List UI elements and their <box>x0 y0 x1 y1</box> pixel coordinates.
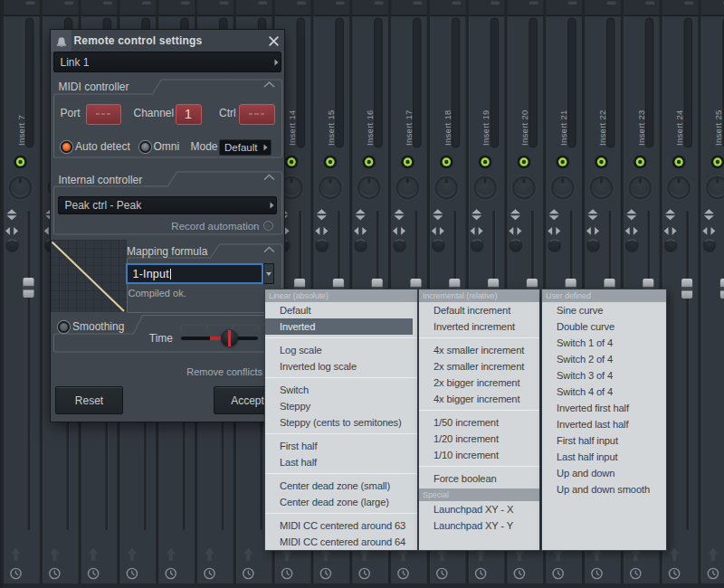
svg-text:Insert 14: Insert 14 <box>287 109 297 146</box>
svg-text:Insert 17: Insert 17 <box>404 109 414 146</box>
svg-text:Insert 15: Insert 15 <box>326 109 336 146</box>
svg-text:Insert 22: Insert 22 <box>597 109 607 146</box>
svg-text:Insert 16: Insert 16 <box>365 109 375 146</box>
svg-text:Insert 18: Insert 18 <box>443 109 452 146</box>
svg-text:Insert 25: Insert 25 <box>713 109 723 146</box>
svg-text:Insert 7: Insert 7 <box>16 115 26 146</box>
svg-text:Insert 21: Insert 21 <box>558 109 568 146</box>
svg-text:Insert 19: Insert 19 <box>481 109 491 146</box>
svg-text:Insert 24: Insert 24 <box>674 109 684 146</box>
svg-text:Insert 20: Insert 20 <box>519 109 529 146</box>
svg-text:Insert 23: Insert 23 <box>636 109 646 146</box>
